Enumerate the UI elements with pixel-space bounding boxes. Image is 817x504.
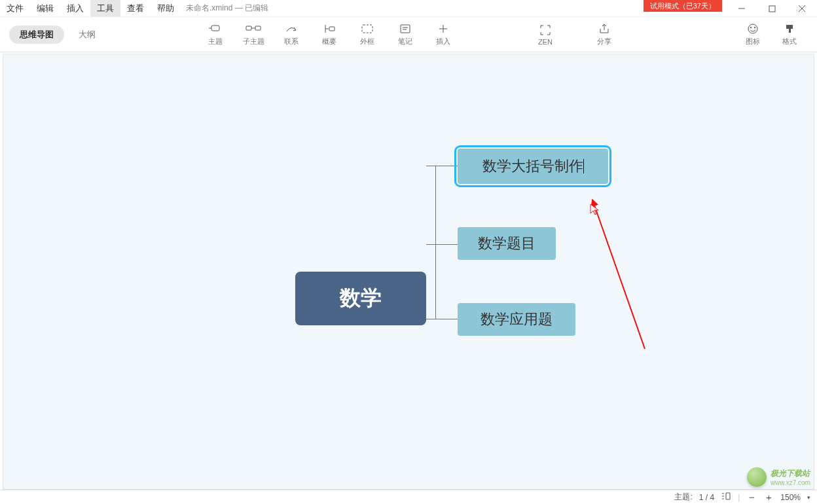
svg-rect-9 [329, 27, 335, 31]
boundary-icon [361, 23, 374, 35]
menu-bar: 文件 编辑 插入 工具 查看 帮助 未命名.xmind — 已编辑 试用模式（已… [0, 0, 817, 17]
menu-edit[interactable]: 编辑 [30, 0, 60, 16]
zoom-dropdown-icon[interactable]: ▾ [807, 494, 810, 501]
tool-boundary[interactable]: 外框 [348, 17, 386, 52]
tool-topic[interactable]: 主题 [196, 17, 234, 52]
tab-mindmap[interactable]: 思维导图 [9, 26, 64, 44]
zen-icon [539, 24, 551, 36]
outline-toggle-icon[interactable] [721, 492, 731, 503]
toolbar-mid-right: ZEN 分享 [516, 17, 634, 52]
status-topic-label: 主题: [674, 492, 692, 503]
tool-zen[interactable]: ZEN [516, 17, 575, 52]
menu-file[interactable]: 文件 [0, 0, 30, 16]
svg-rect-11 [401, 25, 410, 33]
svg-rect-1 [769, 6, 775, 12]
tool-format[interactable]: 格式 [771, 17, 808, 52]
status-bar: 主题: 1 / 4 | − + 150% ▾ [0, 490, 817, 504]
subtopic-text: 数学题目 [478, 234, 536, 253]
separator: | [738, 493, 740, 502]
svg-rect-6 [246, 26, 251, 30]
tool-label: 格式 [782, 37, 797, 46]
tool-label: 主题 [208, 37, 223, 46]
tool-label: 分享 [597, 37, 611, 46]
menu-tools[interactable]: 工具 [90, 0, 120, 16]
format-brush-icon [784, 23, 795, 35]
tool-label: 概要 [322, 37, 336, 46]
svg-point-16 [748, 24, 757, 33]
trial-banner[interactable]: 试用模式（已37天） [644, 0, 722, 12]
cursor-icon [590, 204, 600, 217]
central-topic-node[interactable]: 数学 [295, 272, 426, 325]
relation-icon [285, 23, 298, 35]
subtopic-node-3[interactable]: 数学应用题 [458, 303, 575, 336]
connector [426, 166, 458, 166]
smiley-icon [747, 23, 759, 35]
tool-share[interactable]: 分享 [575, 17, 634, 52]
tool-label: 外框 [360, 37, 374, 46]
tool-label: 联系 [284, 37, 299, 46]
share-icon [598, 23, 610, 35]
toolbar-right: 图标 格式 [735, 17, 808, 52]
subtopic-node-1[interactable]: 数学大括号制作 [458, 149, 608, 184]
tool-relation[interactable]: 联系 [272, 17, 310, 52]
summary-icon [323, 23, 336, 35]
menu-help[interactable]: 帮助 [151, 0, 181, 16]
topic-icon [208, 23, 223, 35]
toolbar-tools: 主题 子主题 联系 概要 外框 [196, 17, 462, 52]
document-title: 未命名.xmind — 已编辑 [186, 3, 268, 14]
tool-icons[interactable]: 图标 [735, 17, 771, 52]
menu-insert[interactable]: 插入 [60, 0, 90, 16]
window-close-button[interactable] [787, 0, 817, 17]
zoom-out-button[interactable]: − [746, 492, 757, 503]
tool-insert[interactable]: 插入 [424, 17, 462, 52]
toolbar: 思维导图 大纲 主题 子主题 联系 概要 [0, 17, 817, 52]
status-topic-count: 1 / 4 [699, 493, 714, 502]
window-minimize-button[interactable] [727, 0, 757, 17]
window-maximize-button[interactable] [757, 0, 787, 17]
tool-subtopic[interactable]: 子主题 [234, 17, 272, 52]
svg-rect-10 [362, 25, 372, 33]
menu-view[interactable]: 查看 [120, 0, 151, 16]
tab-outline[interactable]: 大纲 [68, 26, 106, 44]
tool-label: ZEN [538, 38, 553, 46]
tool-label: 子主题 [243, 37, 264, 46]
svg-rect-8 [255, 26, 261, 30]
tool-label: 笔记 [398, 37, 412, 46]
subtopic-text: 数学应用题 [481, 310, 553, 329]
view-tabs: 思维导图 大纲 [9, 26, 106, 44]
subtopic-text: 数学大括号制作 [482, 156, 583, 176]
tool-summary[interactable]: 概要 [310, 17, 348, 52]
connector [426, 319, 458, 319]
window-controls [727, 0, 817, 17]
central-topic-text: 数学 [340, 284, 382, 313]
tool-label: 插入 [436, 37, 450, 46]
svg-point-17 [750, 27, 752, 28]
subtopic-icon [245, 23, 261, 35]
tool-note[interactable]: 笔记 [386, 17, 424, 52]
svg-line-19 [594, 204, 645, 349]
mindmap-canvas[interactable]: 数学 数学大括号制作 数学题目 数学应用题 [3, 54, 814, 490]
svg-point-18 [754, 27, 755, 28]
svg-rect-4 [211, 26, 219, 31]
zoom-level[interactable]: 150% [780, 493, 801, 502]
text-caret [583, 159, 584, 173]
zoom-in-button[interactable]: + [763, 492, 774, 503]
subtopic-node-2[interactable]: 数学题目 [458, 227, 556, 260]
connector [426, 244, 435, 245]
tool-label: 图标 [746, 37, 760, 46]
plus-icon [438, 23, 448, 35]
annotation-arrow [586, 192, 664, 362]
note-icon [399, 23, 411, 35]
connector [435, 166, 436, 319]
